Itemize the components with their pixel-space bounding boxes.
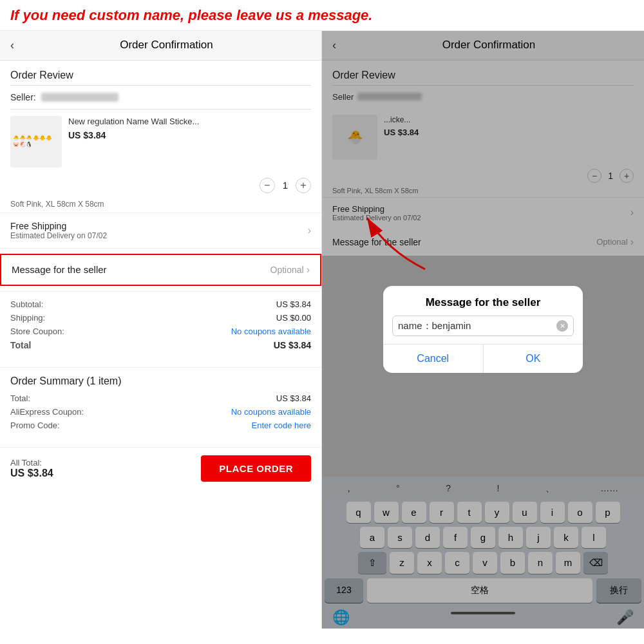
left-ae-coupon-label: AliExpress Coupon: bbox=[10, 407, 84, 417]
left-shipping-chevron: › bbox=[308, 225, 311, 236]
left-bottom-bar: All Total: US $3.84 PLACE ORDER bbox=[0, 447, 321, 489]
left-product-price: US $3.84 bbox=[68, 130, 311, 140]
modal-ok-button[interactable]: OK bbox=[483, 345, 583, 373]
left-message-optional: Optional bbox=[270, 265, 304, 275]
left-bottom-total: All Total: US $3.84 bbox=[10, 458, 53, 479]
left-shipping-cost-row: Shipping: US $0.00 bbox=[10, 313, 311, 323]
left-shipping-title: Free Shipping bbox=[10, 221, 107, 231]
modal-clear-button[interactable]: ✕ bbox=[556, 320, 568, 332]
left-cost-section: Subtotal: US $3.84 Shipping: US $0.00 St… bbox=[0, 291, 321, 362]
left-total-value: US $3.84 bbox=[274, 340, 311, 350]
left-shipping-cost-label: Shipping: bbox=[10, 313, 45, 323]
left-qty-plus[interactable]: + bbox=[296, 178, 311, 193]
left-seller-label: Seller: bbox=[10, 92, 36, 102]
left-subtotal-row: Subtotal: US $3.84 bbox=[10, 299, 311, 309]
left-promo-row: Promo Code: Enter code here bbox=[10, 421, 311, 430]
left-total-label: Total bbox=[10, 340, 31, 350]
left-summary-total-value: US $3.84 bbox=[276, 393, 311, 403]
left-shipping-sub: Estimated Delivery on 07/02 bbox=[10, 231, 107, 240]
left-place-order-button[interactable]: PLACE ORDER bbox=[201, 455, 311, 482]
left-promo-value: Enter code here bbox=[251, 421, 311, 430]
right-panel: ‹ Order Confirmation Order Review Seller… bbox=[322, 31, 644, 629]
message-modal: Message for the seller ✕ Cancel OK bbox=[383, 286, 583, 373]
left-header: ‹ Order Confirmation bbox=[0, 31, 321, 61]
left-variant: Soft Pink, XL 58cm X 58cm bbox=[0, 197, 321, 213]
left-product-name: New regulation Name Wall Sticke... bbox=[68, 116, 311, 128]
left-summary-total-row: Total: US $3.84 bbox=[10, 393, 311, 403]
left-promo-label: Promo Code: bbox=[10, 421, 60, 430]
left-all-total-value: US $3.84 bbox=[10, 468, 53, 479]
left-coupon-row: Store Coupon: No coupons available bbox=[10, 327, 311, 336]
left-message-row[interactable]: Message for the seller Optional › bbox=[0, 254, 321, 286]
top-banner: If you need custom name, please leave us… bbox=[0, 0, 644, 31]
left-back-button[interactable]: ‹ bbox=[10, 39, 14, 52]
modal-overlay: Message for the seller ✕ Cancel OK bbox=[322, 31, 644, 629]
left-qty-minus[interactable]: − bbox=[260, 178, 275, 193]
left-shipping-cost-value: US $0.00 bbox=[276, 313, 311, 323]
left-ae-coupon-value: No coupons available bbox=[231, 407, 311, 417]
left-all-total-label: All Total: bbox=[10, 458, 42, 468]
modal-input-field[interactable] bbox=[398, 321, 556, 332]
left-product-info: New regulation Name Wall Sticke... US $3… bbox=[68, 116, 311, 140]
left-summary-total-label: Total: bbox=[10, 393, 30, 403]
left-seller-row: Seller: bbox=[0, 86, 321, 109]
left-order-summary-title: Order Summary (1 item) bbox=[10, 375, 311, 387]
left-message-label: Message for the seller bbox=[12, 264, 107, 275]
left-order-review-label: Order Review bbox=[0, 61, 321, 85]
modal-input-row[interactable]: ✕ bbox=[392, 316, 574, 336]
modal-buttons: Cancel OK bbox=[383, 345, 583, 373]
left-message-chevron: › bbox=[307, 264, 310, 276]
left-product-row: 🐣🐣🐣 🐥🐥🐥 🐷🐔🐧 New regulation Name Wall Sti… bbox=[0, 109, 321, 174]
left-subtotal-label: Subtotal: bbox=[10, 299, 43, 309]
banner-text: If you need custom name, please leave us… bbox=[10, 6, 634, 25]
left-qty-row: − 1 + bbox=[0, 174, 321, 197]
left-coupon-label: Store Coupon: bbox=[10, 327, 64, 336]
left-header-title: Order Confirmation bbox=[22, 39, 311, 52]
left-product-image: 🐣🐣🐣 🐥🐥🐥 🐷🐔🐧 bbox=[10, 116, 62, 167]
left-seller-blur bbox=[41, 93, 118, 102]
left-ae-coupon-row: AliExpress Coupon: No coupons available bbox=[10, 407, 311, 417]
modal-cancel-button[interactable]: Cancel bbox=[383, 345, 483, 373]
left-total-row: Total US $3.84 bbox=[10, 340, 311, 350]
left-subtotal-value: US $3.84 bbox=[276, 299, 311, 309]
left-shipping-info: Free Shipping Estimated Delivery on 07/0… bbox=[10, 221, 107, 240]
left-shipping-row[interactable]: Free Shipping Estimated Delivery on 07/0… bbox=[0, 213, 321, 249]
left-panel: ‹ Order Confirmation Order Review Seller… bbox=[0, 31, 322, 629]
left-qty-value: 1 bbox=[283, 180, 288, 191]
left-order-summary: Order Summary (1 item) Total: US $3.84 A… bbox=[0, 367, 321, 442]
left-coupon-value: No coupons available bbox=[231, 327, 311, 336]
modal-title: Message for the seller bbox=[383, 286, 583, 316]
